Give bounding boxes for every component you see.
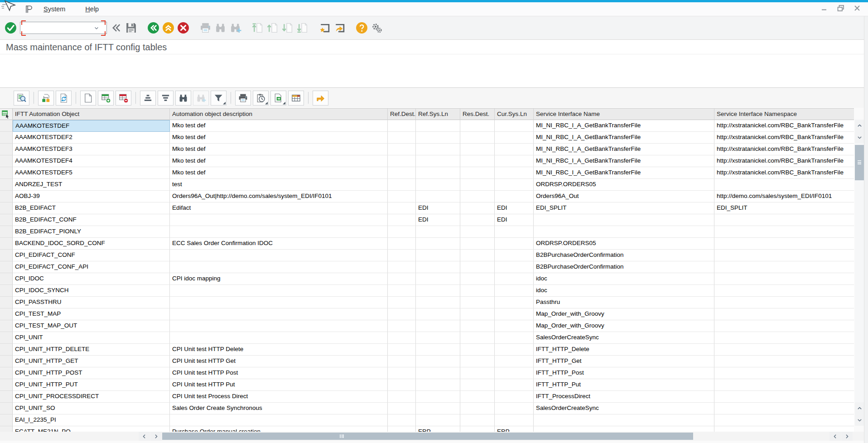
grid-cell-res_dest[interactable] xyxy=(460,426,495,432)
row-selector[interactable] xyxy=(0,191,13,202)
insert-row-button[interactable] xyxy=(98,91,114,106)
column-header-sin[interactable]: Service Interface Name xyxy=(534,109,714,120)
grid-cell-ns[interactable] xyxy=(714,414,854,426)
grid-cell-sin[interactable]: IFTT_HTTP_Delete xyxy=(534,344,714,356)
grid-cell-cur_sys[interactable] xyxy=(495,226,534,238)
grid-cell-ref_dest[interactable] xyxy=(388,155,416,167)
grid-cell-desc[interactable]: CPI Unit test HTTP Delete xyxy=(170,344,388,356)
grid-cell-sin[interactable]: MI_NI_RBC_I_A_GetBankTransferFile xyxy=(534,155,714,167)
create-shortcut-button[interactable] xyxy=(333,21,346,35)
grid-cell-cur_sys[interactable] xyxy=(495,179,534,191)
grid-cell-ns[interactable]: http://xstratanickel.com/RBC_BankTransfe… xyxy=(714,120,854,132)
grid-cell-obj[interactable]: CPI_UNIT_HTTP_GET xyxy=(13,356,170,367)
grid-cell-desc[interactable] xyxy=(170,261,388,273)
grid-cell-desc[interactable]: Mko test def xyxy=(170,144,388,155)
grid-cell-res_dest[interactable] xyxy=(460,308,495,320)
grid-cell-res_dest[interactable] xyxy=(460,273,495,285)
page-up-button[interactable] xyxy=(265,21,279,35)
refresh-button[interactable] xyxy=(56,91,72,106)
customize-layout-button[interactable] xyxy=(370,21,383,35)
column-header-desc[interactable]: Automation object description xyxy=(170,109,388,120)
grid-cell-obj[interactable]: B2B_EDIFACT_CONF xyxy=(13,214,170,226)
grid-cell-obj[interactable]: AOBJ-39 xyxy=(13,191,170,202)
views-button[interactable] xyxy=(253,91,269,106)
grid-cell-sin[interactable] xyxy=(534,214,714,226)
grid-cell-desc[interactable]: Edifact xyxy=(170,202,388,214)
grid-cell-desc[interactable] xyxy=(170,297,388,308)
sort-desc-button[interactable] xyxy=(158,91,174,106)
grid-cell-ref_sys[interactable] xyxy=(416,403,460,414)
grid-cell-desc[interactable]: Purchase Order manual creation xyxy=(170,426,388,432)
grid-cell-ref_sys[interactable] xyxy=(416,250,460,261)
print-button[interactable] xyxy=(235,91,251,106)
find-next-button[interactable] xyxy=(193,91,209,106)
grid-cell-res_dest[interactable] xyxy=(460,414,495,426)
page-down-button[interactable] xyxy=(280,21,294,35)
grid-cell-ref_sys[interactable] xyxy=(416,320,460,332)
grid-cell-cur_sys[interactable] xyxy=(495,261,534,273)
grid-cell-cur_sys[interactable] xyxy=(495,144,534,155)
continue-button[interactable] xyxy=(4,21,17,35)
grid-cell-cur_sys[interactable] xyxy=(495,414,534,426)
column-header-ref_dest[interactable]: Ref.Dest. xyxy=(388,109,416,120)
vertical-scrollbar[interactable] xyxy=(855,120,864,426)
grid-cell-obj[interactable]: CPI_UNIT_HTTP_DELETE xyxy=(13,344,170,356)
grid-cell-ns[interactable] xyxy=(714,426,854,432)
grid-cell-desc[interactable]: Mko test def xyxy=(170,120,388,132)
row-selector[interactable] xyxy=(0,332,13,344)
grid-cell-ref_sys[interactable] xyxy=(416,179,460,191)
grid-cell-sin[interactable]: MI_NI_RBC_I_A_GetBankTransferFile xyxy=(534,167,714,179)
scroll-down-button-bottom[interactable] xyxy=(855,414,864,426)
grid-cell-sin[interactable]: Passthru xyxy=(534,297,714,308)
grid-cell-ns[interactable] xyxy=(714,356,854,367)
grid-cell-ns[interactable] xyxy=(714,250,854,261)
grid-cell-obj[interactable]: CPI_TEST_MAP xyxy=(13,308,170,320)
grid-cell-ns[interactable]: http://xstratanickel.com/RBC_BankTransfe… xyxy=(714,167,854,179)
grid-cell-ref_sys[interactable] xyxy=(416,273,460,285)
row-selector[interactable] xyxy=(0,273,13,285)
grid-cell-desc[interactable]: Mko test def xyxy=(170,155,388,167)
row-selector[interactable] xyxy=(0,308,13,320)
menu-system[interactable]: System xyxy=(43,5,65,13)
grid-cell-sin[interactable]: EDI_SPLIT xyxy=(534,202,714,214)
grid-cell-sin[interactable]: B2BPurchaseOrderConfirmation xyxy=(534,250,714,261)
table-settings-button[interactable] xyxy=(288,91,304,106)
row-selector[interactable] xyxy=(0,356,13,367)
grid-cell-res_dest[interactable] xyxy=(460,226,495,238)
grid-cell-sin[interactable]: IFTT_ProcessDirect xyxy=(534,391,714,403)
grid-cell-cur_sys[interactable] xyxy=(495,250,534,261)
grid-cell-sin[interactable]: Orders96A_Out xyxy=(534,191,714,202)
row-selector[interactable] xyxy=(0,179,13,191)
grid-cell-sin[interactable]: IFTT_HTTP_Post xyxy=(534,367,714,379)
grid-cell-cur_sys[interactable] xyxy=(495,320,534,332)
exit-button[interactable] xyxy=(161,21,175,35)
grid-cell-ref_dest[interactable] xyxy=(388,367,416,379)
grid-cell-ref_dest[interactable] xyxy=(388,344,416,356)
minimize-button[interactable] xyxy=(820,4,829,13)
horizontal-scrollbar-thumb[interactable] xyxy=(162,433,693,440)
grid-cell-obj[interactable]: AAAMKOTESTDEF3 xyxy=(13,144,170,155)
grid-cell-sin[interactable]: idoc xyxy=(534,273,714,285)
row-selector[interactable] xyxy=(0,202,13,214)
row-selector[interactable] xyxy=(0,132,13,144)
grid-cell-ref_dest[interactable] xyxy=(388,426,416,432)
grid-cell-cur_sys[interactable] xyxy=(495,273,534,285)
grid-cell-cur_sys[interactable] xyxy=(495,238,534,250)
last-page-button[interactable] xyxy=(295,21,309,35)
grid-cell-res_dest[interactable] xyxy=(460,344,495,356)
grid-cell-ref_sys[interactable] xyxy=(416,144,460,155)
grid-cell-res_dest[interactable] xyxy=(460,179,495,191)
grid-cell-ref_dest[interactable] xyxy=(388,191,416,202)
grid-cell-obj[interactable]: CPI_TEST_MAP_OUT xyxy=(13,320,170,332)
vertical-scrollbar-thumb[interactable] xyxy=(855,145,864,180)
row-selector[interactable] xyxy=(0,297,13,308)
grid-cell-obj[interactable]: EAI_I_2235_PI xyxy=(13,414,170,426)
grid-cell-obj[interactable]: CPI_UNIT xyxy=(13,332,170,344)
grid-cell-sin[interactable]: MI_NI_RBC_I_A_GetBankTransferFile xyxy=(534,120,714,132)
grid-cell-obj[interactable]: AAAMKOTESTDEF xyxy=(13,120,170,132)
grid-cell-sin[interactable]: MI_NI_RBC_I_A_GetBankTransferFile xyxy=(534,144,714,155)
grid-cell-ns[interactable] xyxy=(714,379,854,391)
grid-cell-res_dest[interactable] xyxy=(460,332,495,344)
grid-cell-desc[interactable] xyxy=(170,320,388,332)
first-page-button[interactable] xyxy=(251,21,264,35)
